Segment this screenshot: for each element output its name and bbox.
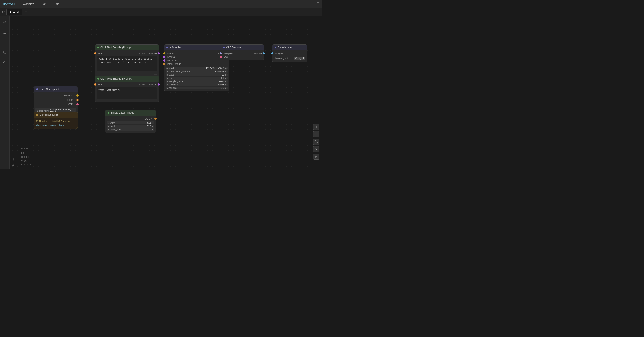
menu-help[interactable]: Help bbox=[52, 1, 60, 6]
empty-latent-body: LATENT ◀ width 512 ▶ ◀ height 512 ▶ ◀ ba… bbox=[106, 116, 156, 133]
load-checkpoint-vae-output: VAE bbox=[34, 102, 78, 106]
ckpt-prev-btn[interactable]: ◀ bbox=[36, 110, 38, 112]
vae-samples-port[interactable] bbox=[220, 52, 222, 54]
seed-prev-btn[interactable]: ◀ bbox=[166, 67, 168, 70]
sampler-prev-btn[interactable]: ◀ bbox=[166, 80, 168, 82]
tab-back-icon[interactable]: ↩ bbox=[2, 10, 4, 14]
vae-image-output-label: IMAGE bbox=[254, 52, 262, 55]
control-next-btn[interactable]: ▶ bbox=[225, 70, 227, 73]
clip-positive-output-port[interactable] bbox=[158, 52, 160, 54]
cfg-next-btn[interactable]: ▶ bbox=[225, 77, 227, 79]
width-next-btn[interactable]: ▶ bbox=[152, 122, 153, 124]
clip-negative-input-label: clip bbox=[98, 83, 102, 86]
markdown-link[interactable]: docs.comfy.org/get_started bbox=[36, 124, 65, 126]
ksampler-node: KSampler model LATENT positive negative … bbox=[164, 44, 229, 92]
height-prev-btn[interactable]: ◀ bbox=[108, 125, 110, 128]
markdown-dot bbox=[36, 114, 38, 116]
sidebar-folder-icon[interactable]: 🗂 bbox=[2, 59, 8, 66]
fit-button[interactable]: ⛶ bbox=[313, 138, 319, 145]
save-divider bbox=[272, 56, 307, 56]
steps-next-btn[interactable]: ▶ bbox=[225, 74, 227, 76]
height-next-btn[interactable]: ▶ bbox=[152, 125, 153, 128]
batch-next-btn[interactable]: ▶ bbox=[152, 128, 153, 131]
vae-image-output-port[interactable] bbox=[263, 52, 265, 54]
scheduler-prev-btn[interactable]: ◀ bbox=[166, 84, 168, 86]
load-checkpoint-divider bbox=[34, 107, 78, 107]
width-prev-btn[interactable]: ◀ bbox=[108, 122, 110, 124]
height-label: height bbox=[110, 125, 146, 128]
ksampler-dot bbox=[166, 46, 168, 48]
bottom-left-icons: ☽ ⚙ bbox=[12, 158, 14, 167]
denoise-next-btn[interactable]: ▶ bbox=[225, 87, 227, 89]
canvas[interactable]: Load Checkpoint MODEL CLIP VAE ◀ ckpt_na… bbox=[10, 16, 322, 168]
menu-edit[interactable]: Edit bbox=[40, 1, 48, 6]
ksampler-model-port[interactable] bbox=[163, 52, 166, 54]
batch-label: batch_size bbox=[110, 128, 149, 131]
scheduler-label: scheduler bbox=[168, 84, 217, 86]
ksampler-body: model LATENT positive negative latent_im… bbox=[164, 50, 229, 91]
filename-prefix-value: ComfyUI bbox=[294, 57, 305, 60]
ksampler-latent-input-port[interactable] bbox=[163, 63, 166, 65]
sidebar-node-icon[interactable]: ⬡ bbox=[2, 48, 8, 56]
clip-positive-output-label: CONDITIONING bbox=[139, 52, 157, 55]
ckpt-next-btn[interactable]: ▶ bbox=[74, 110, 75, 112]
cfg-label: cfg bbox=[168, 77, 220, 79]
scheduler-value: normal bbox=[217, 84, 225, 86]
menu-hamburger-icon[interactable]: ☰ bbox=[316, 2, 319, 6]
zoom-out-button[interactable]: − bbox=[313, 131, 319, 137]
target-button[interactable]: ◎ bbox=[313, 154, 319, 160]
navigate-button[interactable]: ➤ bbox=[313, 146, 319, 152]
sampler-next-btn[interactable]: ▶ bbox=[225, 80, 227, 82]
clip-text-positive-header: CLIP Text Encode (Prompt) bbox=[95, 44, 159, 50]
vae-output-port[interactable] bbox=[76, 103, 79, 106]
tab-add-button[interactable]: + bbox=[24, 9, 29, 15]
seed-next-btn[interactable]: ▶ bbox=[225, 67, 227, 70]
moon-icon[interactable]: ☽ bbox=[12, 158, 14, 162]
ksampler-positive-port[interactable] bbox=[163, 56, 166, 58]
markdown-note-node: Markdown Note ☐ Need more details? Check… bbox=[34, 112, 78, 129]
settings-icon[interactable]: ⚙ bbox=[12, 163, 14, 167]
markdown-header: Markdown Note bbox=[34, 112, 78, 118]
save-images-port[interactable] bbox=[271, 52, 274, 54]
clip-negative-output-label: CONDITIONING bbox=[139, 83, 157, 86]
sidebar-list-icon[interactable]: ☰ bbox=[2, 28, 8, 36]
sidebar-history-icon[interactable]: ↩ bbox=[2, 18, 8, 26]
markdown-title: Markdown Note bbox=[39, 113, 58, 116]
vae-decode-header: VAE Decode bbox=[221, 44, 264, 50]
cfg-prev-btn[interactable]: ◀ bbox=[166, 77, 168, 79]
clip-text-positive-dot bbox=[97, 46, 99, 48]
left-sidebar: ↩ ☰ □ ⬡ 🗂 bbox=[0, 16, 10, 168]
scheduler-next-btn[interactable]: ▶ bbox=[225, 84, 227, 86]
load-checkpoint-header: Load Checkpoint bbox=[34, 86, 78, 92]
layout-icon[interactable]: ⊟ bbox=[311, 2, 314, 6]
zoom-in-button[interactable]: + bbox=[313, 124, 319, 130]
model-output-port[interactable] bbox=[76, 94, 79, 97]
clip-negative-input-port[interactable] bbox=[94, 84, 96, 86]
ksampler-model-label: model bbox=[167, 52, 174, 55]
vae-vae-port[interactable] bbox=[220, 56, 222, 58]
batch-prev-btn[interactable]: ◀ bbox=[108, 128, 110, 131]
clip-positive-text[interactable]: beautiful scenery nature glass bottle la… bbox=[97, 56, 157, 72]
save-image-dot bbox=[274, 46, 276, 48]
ksampler-header: KSampler bbox=[164, 44, 229, 50]
steps-prev-btn[interactable]: ◀ bbox=[166, 74, 168, 76]
bottom-right-controls: + − ⛶ ➤ ◎ bbox=[313, 124, 319, 160]
denoise-prev-btn[interactable]: ◀ bbox=[166, 87, 168, 89]
filename-prefix-label: filename_prefix bbox=[274, 57, 290, 60]
clip-output-port[interactable] bbox=[76, 99, 79, 101]
sidebar-box-icon[interactable]: □ bbox=[2, 39, 7, 46]
save-image-node: Save Image images filename_prefix ComfyU… bbox=[272, 44, 307, 62]
cfg-value: 8.0 bbox=[220, 77, 225, 79]
load-checkpoint-node: Load Checkpoint MODEL CLIP VAE ◀ ckpt_na… bbox=[34, 86, 78, 116]
menu-workflow[interactable]: Workflow bbox=[22, 1, 36, 6]
clip-positive-input-port[interactable] bbox=[94, 52, 96, 54]
ksampler-negative-port[interactable] bbox=[163, 59, 166, 62]
clip-text-negative-dot bbox=[97, 78, 99, 80]
latent-output-port[interactable] bbox=[154, 118, 156, 120]
tab-tutorial[interactable]: tutorial bbox=[6, 9, 22, 15]
clip-negative-text[interactable]: text, watermark bbox=[97, 87, 157, 99]
clip-negative-output-port[interactable] bbox=[158, 84, 160, 86]
control-prev-btn[interactable]: ◀ bbox=[166, 70, 168, 73]
vae-decode-dot bbox=[223, 46, 225, 48]
width-value: 512 bbox=[146, 122, 152, 124]
